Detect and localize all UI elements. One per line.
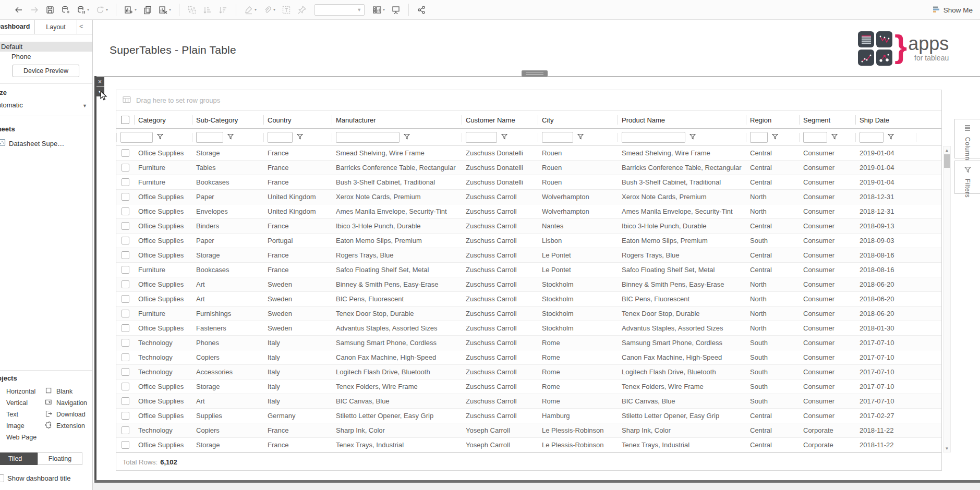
- filter-funnel-icon[interactable]: [297, 133, 303, 141]
- scroll-down-icon[interactable]: ▼: [943, 445, 950, 452]
- object-item-download[interactable]: Download: [45, 409, 87, 420]
- filter-funnel-icon[interactable]: [501, 133, 507, 141]
- duplicate-sheet-button[interactable]: [140, 3, 155, 17]
- object-item-horizontal[interactable]: Horizontal: [6, 386, 37, 397]
- filter-input-city[interactable]: [542, 132, 573, 143]
- pause-auto-updates-button[interactable]: ▾: [74, 3, 92, 17]
- filter-input-category[interactable]: [120, 132, 153, 143]
- row-groups-dropzone[interactable]: Drag here to set row groups: [116, 90, 941, 111]
- filter-funnel-icon[interactable]: [831, 133, 838, 141]
- table-row[interactable]: Office SuppliesPaperPortugalEaton Memo S…: [116, 234, 941, 248]
- row-checkbox[interactable]: [122, 324, 129, 332]
- table-row[interactable]: Office SuppliesArtItalyBIC Canvas, BlueZ…: [116, 394, 941, 409]
- object-item-navigation[interactable]: Navigation: [45, 397, 87, 409]
- row-checkbox[interactable]: [122, 295, 129, 303]
- row-checkbox[interactable]: [122, 178, 129, 186]
- swap-rows-columns-button[interactable]: [185, 3, 199, 17]
- filter-funnel-icon[interactable]: [772, 133, 778, 141]
- filter-funnel-icon[interactable]: [227, 133, 234, 141]
- table-row[interactable]: Office SuppliesStorageFranceTenex Trays,…: [116, 438, 941, 452]
- zone-drag-handle[interactable]: [522, 70, 548, 77]
- chevron-down-icon[interactable]: ▼: [82, 103, 87, 108]
- table-row[interactable]: Office SuppliesFastenersSwedenAdvantus S…: [116, 321, 941, 336]
- table-row[interactable]: Office SuppliesArtSwedenBIC Pens, Fluore…: [116, 292, 941, 307]
- object-item-text[interactable]: Text: [6, 409, 37, 420]
- scroll-up-icon[interactable]: ▲: [943, 146, 950, 154]
- object-item-web-page[interactable]: Web Page: [6, 432, 37, 443]
- new-data-source-button[interactable]: [58, 3, 73, 17]
- object-item-image[interactable]: Image: [6, 420, 37, 432]
- object-item-blank[interactable]: Blank: [45, 386, 87, 397]
- filter-input-region[interactable]: [750, 132, 768, 143]
- column-header-manufacturer[interactable]: Manufacturer: [332, 111, 462, 129]
- table-row[interactable]: Office SuppliesArtSwedenBinney & Smith P…: [116, 277, 941, 292]
- device-default-row[interactable]: Default: [0, 42, 92, 52]
- table-row[interactable]: Office SuppliesBindersFranceIbico 3-Hole…: [116, 219, 941, 234]
- filter-input-customer-name[interactable]: [466, 132, 497, 143]
- show-cards-button[interactable]: ▾: [370, 3, 388, 17]
- row-checkbox[interactable]: [122, 222, 129, 230]
- filter-funnel-icon[interactable]: [577, 133, 584, 141]
- filter-input-sub-category[interactable]: [196, 132, 223, 143]
- row-checkbox[interactable]: [122, 412, 129, 420]
- row-checkbox[interactable]: [122, 207, 129, 215]
- table-row[interactable]: TechnologyCopiersFranceSharp Ink, ColorY…: [116, 423, 941, 438]
- sheet-item-datasheet[interactable]: Datasheet Supe…: [0, 139, 64, 148]
- group-members-button[interactable]: ▾: [260, 3, 278, 17]
- row-checkbox[interactable]: [122, 266, 129, 274]
- sort-ascending-button[interactable]: [200, 3, 215, 17]
- show-me-button[interactable]: Show Me: [933, 0, 973, 20]
- column-header-category[interactable]: Category: [134, 111, 192, 129]
- row-checkbox[interactable]: [122, 339, 129, 347]
- table-row[interactable]: FurnitureBookcasesFranceSafco Floating S…: [116, 263, 941, 277]
- row-checkbox[interactable]: [122, 441, 129, 449]
- fit-selector[interactable]: ▼: [314, 4, 365, 16]
- table-row[interactable]: Office SuppliesStorageFranceRogers Trays…: [116, 248, 941, 263]
- undo-button[interactable]: [11, 3, 26, 17]
- table-row[interactable]: Office SuppliesPaperUnited KingdomXerox …: [116, 190, 941, 204]
- row-checkbox[interactable]: [122, 368, 129, 376]
- table-row[interactable]: TechnologyAccessoriesItalyLogitech Flash…: [116, 365, 941, 379]
- remove-zone-button[interactable]: ×: [95, 77, 104, 87]
- tab-filters[interactable]: Filters: [954, 161, 980, 194]
- column-header-product-name[interactable]: Product Name: [618, 111, 746, 129]
- table-row[interactable]: FurnitureBookcasesFranceBush 3-Shelf Cab…: [116, 175, 941, 190]
- table-row[interactable]: FurnitureFurnishingsSwedenTenex Door Sto…: [116, 307, 941, 321]
- row-checkbox[interactable]: [122, 426, 129, 434]
- clear-sheet-button[interactable]: ▾: [156, 3, 174, 17]
- save-button[interactable]: [43, 3, 57, 17]
- column-header-ship-date[interactable]: Ship Date: [855, 111, 916, 129]
- filter-input-product-name[interactable]: [622, 132, 685, 143]
- table-row[interactable]: Office SuppliesStorageItalyTenex Folders…: [116, 379, 941, 394]
- column-header-segment[interactable]: Segment: [799, 111, 855, 129]
- sort-descending-button[interactable]: [216, 3, 231, 17]
- collapse-pane-icon[interactable]: <: [79, 22, 83, 30]
- tab-layout[interactable]: Layout: [34, 20, 77, 34]
- row-checkbox[interactable]: [122, 164, 129, 172]
- column-header-sub-category[interactable]: Sub-Category: [192, 111, 263, 129]
- new-worksheet-button[interactable]: ▾: [122, 3, 139, 17]
- show-dashboard-title-checkbox[interactable]: [0, 474, 4, 482]
- table-scrollbar[interactable]: ▲ ▼: [943, 146, 951, 452]
- filter-funnel-icon[interactable]: [888, 133, 894, 141]
- redo-button[interactable]: [27, 3, 42, 17]
- size-dropdown[interactable]: Automatic: [0, 101, 23, 109]
- filter-input-manufacturer[interactable]: [336, 132, 400, 143]
- table-row[interactable]: TechnologyPhonesItalySamsung Smart Phone…: [116, 336, 941, 350]
- table-row[interactable]: Office SuppliesStorageFranceSmead Shelvi…: [116, 146, 941, 161]
- object-item-vertical[interactable]: Vertical: [6, 397, 37, 409]
- table-row[interactable]: Office SuppliesSuppliesGermanyStiletto L…: [116, 409, 941, 423]
- tab-dashboard[interactable]: Dashboard: [0, 23, 30, 30]
- row-checkbox[interactable]: [122, 353, 129, 361]
- device-phone-row[interactable]: Phone: [11, 53, 31, 60]
- presentation-mode-button[interactable]: [389, 3, 403, 17]
- object-item-extension[interactable]: Extension: [45, 420, 87, 432]
- column-header-customer-name[interactable]: Customer Name: [462, 111, 538, 129]
- column-header-country[interactable]: Country: [263, 111, 332, 129]
- select-all-checkbox[interactable]: [121, 116, 129, 124]
- filter-input-segment[interactable]: [803, 132, 827, 143]
- filter-funnel-icon[interactable]: [157, 133, 163, 141]
- table-row[interactable]: FurnitureTablesFranceBarricks Conference…: [116, 161, 941, 175]
- share-button[interactable]: [414, 3, 429, 17]
- row-checkbox[interactable]: [122, 193, 129, 201]
